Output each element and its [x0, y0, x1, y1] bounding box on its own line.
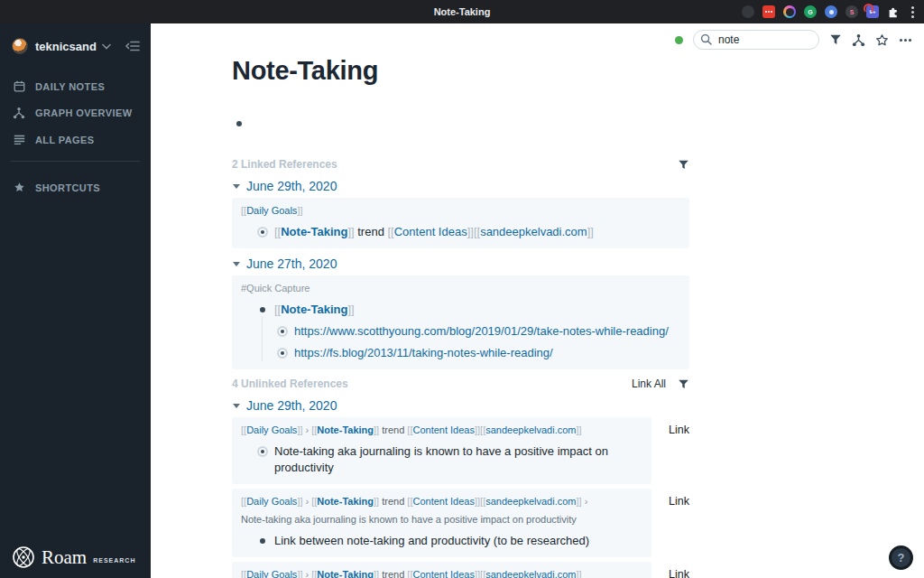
sidebar-item-shortcuts[interactable]: SHORTCUTS — [0, 174, 151, 200]
page-reference-link[interactable]: Content Ideas — [412, 424, 475, 435]
reference-card: [[Daily Goals]]›[[Note-Taking]] trend [[… — [232, 562, 651, 578]
breadcrumb-separator: › — [582, 496, 591, 507]
block-bullet[interactable] — [277, 348, 288, 359]
text-span: trend — [379, 569, 407, 578]
content-topbar — [675, 30, 911, 50]
page-reference-link[interactable]: sandeepkelvadi.com — [485, 424, 576, 435]
bracket-close: ]] — [587, 225, 594, 238]
sidebar-item-daily-notes[interactable]: DAILY NOTES — [0, 73, 151, 99]
filter-icon[interactable] — [678, 159, 689, 171]
browser-menu-icon[interactable] — [908, 5, 917, 18]
page-reference-link[interactable]: Note-Taking — [317, 569, 374, 578]
page-reference-link[interactable]: sandeepkelvadi.com — [480, 225, 587, 238]
reference-card: [[Daily Goals]]›[[Note-Taking]] trend [[… — [232, 489, 651, 557]
page-reference-link[interactable]: Content Ideas — [394, 225, 467, 238]
workspace-name[interactable]: teknicsand — [35, 40, 97, 53]
date-link[interactable]: June 29th, 2020 — [246, 179, 337, 193]
filter-icon[interactable] — [829, 33, 842, 46]
date-row: June 29th, 2020 — [233, 398, 689, 413]
collapse-caret-icon[interactable] — [233, 404, 240, 408]
purple-badge-extension-icon[interactable]: 9+ — [866, 5, 879, 18]
layers-extension-icon[interactable] — [742, 5, 754, 18]
sidebar-item-graph-overview[interactable]: GRAPH OVERVIEW — [0, 99, 151, 126]
page-reference-link[interactable]: sandeepkelvadi.com — [485, 569, 576, 578]
page-reference-link[interactable]: Daily Goals — [246, 569, 297, 578]
graph-icon — [13, 107, 25, 119]
link-all-button[interactable]: Link All — [632, 378, 666, 390]
block-breadcrumb: [[Daily Goals]] — [241, 203, 680, 219]
tag-link[interactable]: #Quick Capture — [241, 283, 310, 294]
collapse-caret-icon[interactable] — [233, 184, 240, 189]
block-bullet[interactable] — [277, 326, 288, 337]
breadcrumb-separator: › — [303, 569, 312, 578]
star-icon[interactable] — [875, 33, 889, 47]
green-circle-extension-icon[interactable]: G — [804, 5, 817, 18]
block-bullet[interactable] — [260, 538, 265, 544]
page-reference: [[sandeepkelvadi.com]] — [480, 569, 582, 578]
roam-logo-text: Roam — [42, 546, 87, 569]
help-button[interactable]: ? — [889, 545, 913, 570]
red-dots-extension-icon[interactable] — [762, 5, 775, 18]
block-bullet[interactable] — [260, 307, 265, 312]
page-reference-link[interactable]: Content Ideas — [412, 569, 475, 578]
page-reference-link[interactable]: Content Ideas — [412, 496, 475, 507]
page-reference-link[interactable]: sandeepkelvadi.com — [485, 496, 576, 507]
linked-references-label[interactable]: 2 Linked References — [232, 158, 678, 171]
text-span: Link between note-taking and productivit… — [274, 534, 589, 547]
puzzle-extension-icon[interactable] — [887, 5, 900, 18]
block-row: Link between note-taking and productivit… — [241, 533, 642, 549]
page-reference-link[interactable]: Note-Taking — [281, 225, 347, 238]
empty-block[interactable] — [234, 116, 689, 126]
page-reference: [[sandeepkelvadi.com]] — [480, 424, 582, 435]
reference-row: [[Daily Goals]]›[[Note-Taking]] trend [[… — [232, 417, 689, 484]
block-bullet[interactable] — [257, 227, 268, 238]
avatar — [12, 38, 28, 54]
page-reference-link[interactable]: Note-Taking — [317, 424, 374, 435]
collapse-caret-icon[interactable] — [233, 262, 240, 266]
more-options-icon[interactable] — [899, 33, 911, 46]
filter-icon[interactable] — [678, 378, 689, 390]
graph-icon[interactable] — [852, 33, 865, 47]
page-title[interactable]: Note-Taking — [232, 56, 689, 86]
page-reference: [[sandeepkelvadi.com]] — [474, 225, 594, 238]
block-row: https://www.scotthyoung.com/blog/2019/01… — [241, 322, 680, 340]
page-reference-link[interactable]: Daily Goals — [246, 205, 297, 216]
sidebar-item-label: DAILY NOTES — [35, 81, 105, 92]
sidebar-item-label: GRAPH OVERVIEW — [35, 107, 132, 118]
date-link[interactable]: June 27th, 2020 — [246, 256, 337, 271]
bracket-close: ]] — [297, 205, 302, 216]
page-reference: [[Content Ideas]] — [407, 569, 480, 578]
block-text: https://fs.blog/2013/11/taking-notes-whi… — [294, 345, 553, 361]
page-reference-link[interactable]: Note-Taking — [317, 496, 374, 507]
sidebar-item-all-pages[interactable]: ALL PAGES — [0, 126, 151, 153]
block-breadcrumb: [[Daily Goals]]›[[Note-Taking]] trend [[… — [241, 567, 642, 578]
browser-extensions-area: GS9+ — [742, 0, 917, 23]
block-breadcrumb: [[Daily Goals]]›[[Note-Taking]] trend [[… — [241, 494, 642, 509]
date-row: June 27th, 2020 — [233, 256, 689, 271]
s-circle-extension-icon[interactable]: S — [845, 5, 858, 18]
page-reference: [[Daily Goals]] — [241, 205, 303, 216]
unlinked-references-label[interactable]: 4 Unlinked References — [232, 378, 632, 390]
block-row: [[Note-Taking]] trend [[Content Ideas]][… — [241, 224, 680, 240]
search-icon — [700, 33, 712, 45]
chevron-down-icon[interactable] — [102, 43, 111, 50]
ring-camera-extension-icon[interactable] — [783, 5, 796, 18]
text-span: Note-taking aka journaling is known to h… — [241, 514, 577, 525]
page-reference-link[interactable]: Note-Taking — [281, 303, 347, 316]
roam-logo-subtext: RESEARCH — [93, 557, 135, 564]
search-input[interactable] — [693, 30, 819, 50]
roam-logo-icon — [12, 545, 35, 569]
link-button[interactable]: Link — [651, 417, 689, 436]
link-button[interactable]: Link — [651, 489, 689, 508]
page-reference-link[interactable]: Daily Goals — [246, 496, 297, 507]
block-bullet[interactable] — [236, 121, 242, 126]
blue-dot-extension-icon[interactable] — [825, 5, 837, 18]
link-button[interactable]: Link — [651, 562, 689, 578]
date-link[interactable]: June 29th, 2020 — [246, 398, 337, 413]
bracket-close: ]] — [297, 424, 302, 435]
sidebar-collapse-icon[interactable] — [125, 40, 140, 52]
url-link[interactable]: https://www.scotthyoung.com/blog/2019/01… — [294, 324, 669, 338]
url-link[interactable]: https://fs.blog/2013/11/taking-notes-whi… — [294, 346, 553, 359]
page-reference-link[interactable]: Daily Goals — [246, 424, 297, 435]
block-bullet[interactable] — [257, 446, 268, 457]
